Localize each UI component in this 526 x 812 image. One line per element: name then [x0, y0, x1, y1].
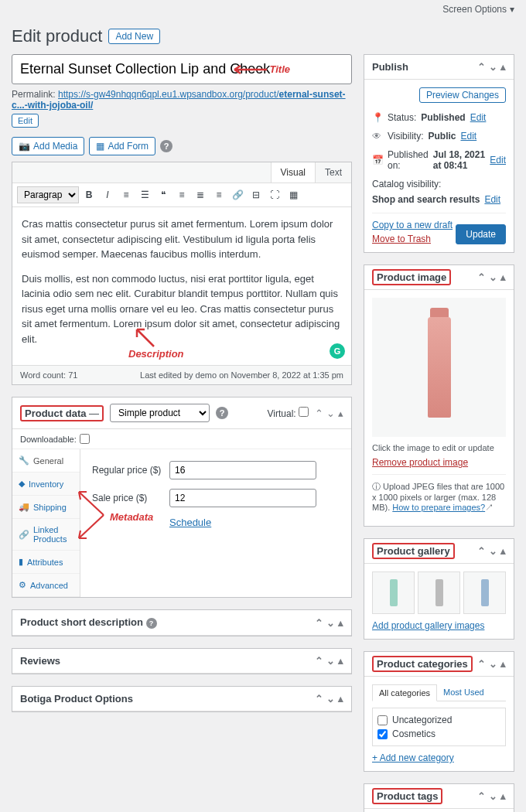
chevron-down-icon[interactable]: ⌄ [489, 271, 497, 283]
chevron-down-icon[interactable]: ⌄ [489, 658, 497, 670]
reviews-title: Reviews [20, 655, 315, 667]
chevron-down-icon[interactable]: ⌄ [326, 617, 335, 629]
help-icon[interactable]: ? [216, 407, 228, 419]
collapse-icon[interactable]: ▴ [338, 655, 343, 667]
tab-general[interactable]: 🔧General [12, 449, 80, 473]
most-used-tab[interactable]: Most Used [437, 684, 490, 701]
trash-link[interactable]: Move to Trash [372, 234, 431, 244]
quote-icon[interactable]: ❝ [155, 186, 172, 203]
cat-cosmetics-checkbox[interactable] [377, 729, 388, 739]
help-icon[interactable]: ? [146, 618, 157, 629]
collapse-icon[interactable]: ▴ [500, 271, 506, 283]
tab-attributes[interactable]: ▮Attributes [12, 551, 80, 574]
copy-draft-link[interactable]: Copy to a new draft [372, 220, 453, 230]
upload-hint: ⓘ Upload JPEG files that are 1000 x 1000… [372, 481, 506, 513]
edit-visibility-link[interactable]: Edit [460, 131, 476, 142]
chevron-up-icon[interactable]: ⌃ [315, 655, 323, 667]
help-icon[interactable]: ? [160, 140, 172, 152]
chevron-up-icon[interactable]: ⌃ [477, 790, 486, 802]
product-image-preview[interactable] [372, 298, 506, 437]
collapse-icon[interactable]: ▴ [338, 408, 343, 419]
gallery-thumb[interactable] [418, 571, 460, 614]
edit-date-link[interactable]: Edit [490, 155, 506, 165]
collapse-icon[interactable]: ▴ [500, 545, 506, 557]
remove-image-link[interactable]: Remove product image [372, 457, 468, 468]
chevron-up-icon[interactable]: ⌃ [477, 61, 486, 73]
categories-title: Product categories [372, 656, 473, 672]
truck-icon: 🚚 [19, 502, 29, 512]
downloadable-label: Downloadable: [20, 435, 77, 444]
add-form-button[interactable]: ▦ Add Form [89, 137, 155, 155]
tab-linked[interactable]: 🔗Linked Products [12, 519, 80, 551]
tag-icon: ▮ [19, 557, 23, 567]
permalink-row: Permalink: https://s-gw49nhqqn6qpl.eu1.w… [12, 89, 352, 111]
cat-uncategorized-checkbox[interactable] [377, 715, 388, 725]
update-button[interactable]: Update [456, 224, 506, 244]
collapse-icon[interactable]: ▴ [338, 693, 343, 705]
permalink-edit-button[interactable]: Edit [12, 114, 39, 128]
chevron-up-icon[interactable]: ⌃ [477, 658, 486, 670]
chevron-up-icon[interactable]: ⌃ [315, 408, 323, 419]
fullscreen-icon[interactable]: ⛶ [266, 186, 283, 203]
text-tab[interactable]: Text [315, 162, 351, 183]
bold-icon[interactable]: B [80, 186, 97, 203]
grammarly-icon[interactable]: G [330, 343, 345, 359]
visual-tab[interactable]: Visual [271, 162, 315, 183]
add-media-button[interactable]: 📷 Add Media [12, 137, 84, 155]
align-center-icon[interactable]: ≣ [192, 186, 209, 203]
all-categories-tab[interactable]: All categories [372, 684, 437, 701]
bullet-list-icon[interactable]: ≡ [118, 186, 135, 203]
gear-icon: ⚙ [19, 580, 26, 590]
tab-inventory[interactable]: ◆Inventory [12, 473, 80, 496]
toolbar-toggle-icon[interactable]: ▦ [285, 186, 302, 203]
add-gallery-link[interactable]: Add product gallery images [372, 620, 484, 631]
chevron-up-icon[interactable]: ⌃ [315, 617, 323, 629]
chevron-down-icon[interactable]: ⌄ [326, 408, 335, 419]
chevron-down-icon[interactable]: ⌄ [489, 545, 497, 557]
title-annotation: Title [270, 63, 291, 75]
italic-icon[interactable]: I [99, 186, 116, 203]
gallery-title: Product gallery [372, 543, 455, 559]
chevron-up-icon[interactable]: ⌃ [315, 693, 323, 705]
schedule-link[interactable]: Schedule [169, 517, 211, 528]
regular-price-input[interactable] [169, 461, 316, 479]
collapse-icon[interactable]: ▴ [500, 790, 506, 802]
format-select[interactable]: Paragraph [17, 186, 79, 203]
gallery-thumb[interactable] [372, 571, 415, 614]
chevron-down-icon[interactable]: ⌄ [489, 61, 497, 73]
align-left-icon[interactable]: ≡ [173, 186, 190, 203]
how-to-link[interactable]: How to prepare images? [392, 503, 485, 512]
chevron-down-icon[interactable]: ⌄ [326, 693, 335, 705]
collapse-icon[interactable]: ▴ [500, 61, 506, 73]
add-category-link[interactable]: + Add new category [372, 752, 454, 763]
chevron-down-icon[interactable]: ⌄ [489, 790, 497, 802]
gallery-thumb[interactable] [463, 571, 506, 614]
preview-changes-button[interactable]: Preview Changes [419, 87, 506, 103]
edit-catalog-link[interactable]: Edit [484, 194, 500, 205]
collapse-icon[interactable]: ▴ [500, 658, 506, 670]
edit-status-link[interactable]: Edit [470, 112, 487, 123]
collapse-icon[interactable]: ▴ [338, 617, 343, 629]
virtual-checkbox-label[interactable]: Virtual: [268, 407, 309, 419]
tab-shipping[interactable]: 🚚Shipping [12, 496, 80, 519]
arrow-diag-icon [132, 325, 155, 348]
more-icon[interactable]: ⊟ [248, 186, 265, 203]
virtual-checkbox[interactable] [299, 407, 309, 417]
chevron-up-icon[interactable]: ⌃ [477, 545, 486, 557]
product-title-input[interactable] [12, 54, 352, 84]
pin-icon: 📍 [372, 112, 383, 123]
bottle-image [428, 317, 451, 418]
content-editor[interactable]: Cras mattis consectetur purus sit amet f… [12, 207, 351, 365]
tab-advanced[interactable]: ⚙Advanced [12, 574, 80, 597]
chevron-down-icon[interactable]: ⌄ [326, 655, 335, 667]
chevron-up-icon[interactable]: ⌃ [477, 271, 486, 283]
downloadable-checkbox[interactable] [80, 434, 90, 444]
number-list-icon[interactable]: ☰ [136, 186, 153, 203]
product-type-select[interactable]: Simple product [110, 404, 210, 422]
link-icon[interactable]: 🔗 [229, 186, 246, 203]
screen-options-toggle[interactable]: Screen Options ▾ [442, 4, 514, 15]
add-new-button[interactable]: Add New [108, 29, 160, 44]
sale-price-input[interactable] [169, 489, 316, 507]
align-right-icon[interactable]: ≡ [210, 186, 227, 203]
permalink-link[interactable]: https://s-gw49nhqqn6qpl.eu1.wpsandbox.or… [12, 89, 346, 111]
